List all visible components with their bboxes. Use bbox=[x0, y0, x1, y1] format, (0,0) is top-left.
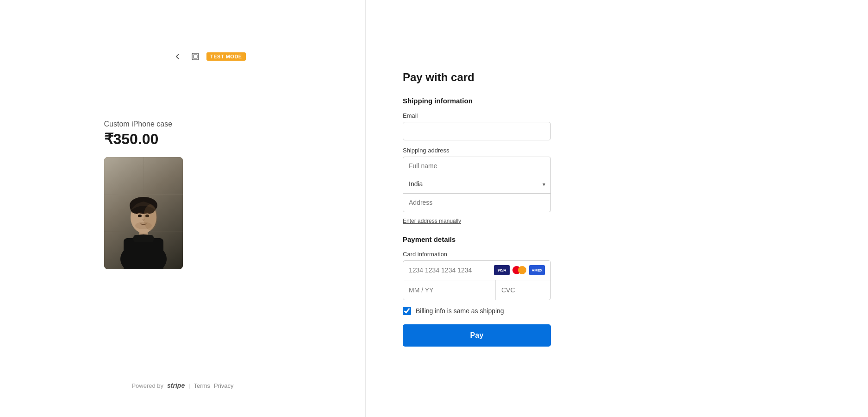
country-select[interactable]: India United States United Kingdom Canad… bbox=[403, 175, 551, 194]
address-input[interactable] bbox=[403, 194, 551, 212]
card-number-input[interactable] bbox=[409, 266, 494, 274]
visa-icon: VISA bbox=[494, 265, 510, 275]
payment-section: Payment details Card information VISA AM… bbox=[403, 235, 551, 347]
svg-rect-8 bbox=[124, 238, 163, 269]
footer-divider: | bbox=[188, 382, 190, 389]
fullname-input[interactable] bbox=[403, 157, 551, 175]
test-mode-badge: TEST MODE bbox=[206, 52, 246, 61]
card-expiry-cvc-row: 10 bbox=[403, 280, 550, 300]
cvc-input[interactable] bbox=[501, 286, 551, 294]
country-select-wrapper: India United States United Kingdom Canad… bbox=[403, 175, 551, 194]
terms-link[interactable]: Terms bbox=[194, 382, 210, 389]
billing-checkbox-row: Billing info is same as shipping bbox=[403, 307, 551, 315]
privacy-link[interactable]: Privacy bbox=[214, 382, 234, 389]
product-image bbox=[104, 157, 183, 269]
email-label: Email bbox=[403, 112, 551, 119]
powered-by-text: Powered by bbox=[131, 382, 163, 389]
pay-button[interactable]: Pay bbox=[403, 324, 551, 347]
payment-section-title: Payment details bbox=[403, 235, 551, 243]
stripe-logo: stripe bbox=[167, 382, 185, 389]
svg-rect-1 bbox=[194, 55, 197, 58]
product-name: Custom iPhone case bbox=[104, 120, 262, 128]
mastercard-icon bbox=[512, 265, 527, 275]
expiry-input[interactable] bbox=[403, 280, 496, 300]
right-panel: Pay with card Shipping information Email… bbox=[366, 0, 868, 417]
product-info: Custom iPhone case ₹350.00 bbox=[104, 120, 262, 269]
card-info-label: Card information bbox=[403, 251, 551, 258]
svg-point-17 bbox=[144, 204, 157, 230]
email-input[interactable] bbox=[403, 122, 551, 140]
svg-rect-0 bbox=[192, 53, 199, 60]
card-info-wrapper: VISA AMEX bbox=[403, 260, 551, 300]
shipping-address-group: Shipping address India United States Uni… bbox=[403, 147, 551, 212]
card-icons: VISA AMEX bbox=[494, 265, 545, 275]
footer: Powered by stripe | Terms Privacy bbox=[131, 382, 233, 389]
back-button[interactable] bbox=[171, 50, 184, 63]
page-title: Pay with card bbox=[403, 71, 475, 84]
product-price: ₹350.00 bbox=[104, 130, 262, 148]
billing-same-checkbox[interactable] bbox=[403, 307, 411, 315]
svg-point-14 bbox=[138, 215, 142, 217]
billing-same-label: Billing info is same as shipping bbox=[416, 307, 504, 315]
left-panel: TEST MODE Custom iPhone case ₹350.00 bbox=[0, 0, 366, 417]
shipping-section-title: Shipping information bbox=[403, 97, 473, 105]
cvc-wrapper: 10 bbox=[496, 280, 551, 300]
card-number-row: VISA AMEX bbox=[403, 261, 550, 280]
amex-icon: AMEX bbox=[529, 265, 545, 275]
enter-manually-link[interactable]: Enter address manually bbox=[403, 218, 461, 224]
svg-rect-19 bbox=[133, 235, 154, 242]
email-group: Email bbox=[403, 112, 551, 140]
top-bar: TEST MODE bbox=[171, 50, 246, 63]
expand-button[interactable] bbox=[189, 50, 202, 63]
address-label: Shipping address bbox=[403, 147, 551, 154]
